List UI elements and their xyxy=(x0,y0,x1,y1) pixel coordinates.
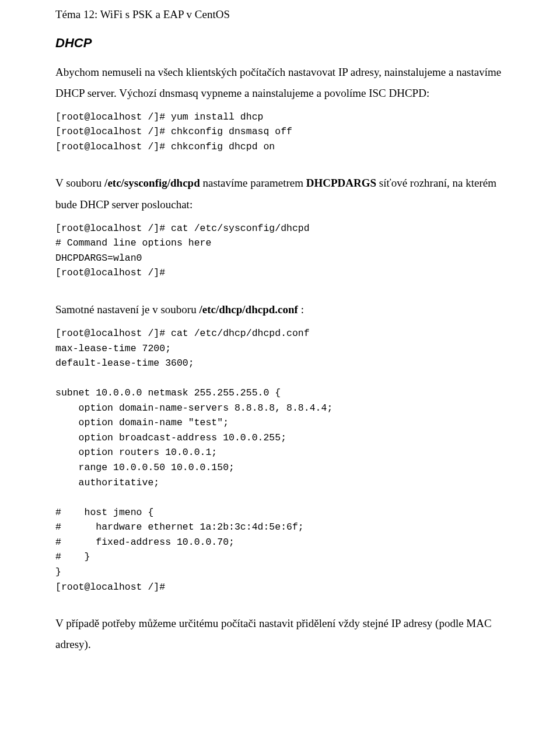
text: V souboru xyxy=(55,177,104,189)
paragraph-intro: Abychom nemuseli na všech klientských po… xyxy=(55,62,505,104)
code-block-install: [root@localhost /]# yum install dhcp [ro… xyxy=(55,110,505,155)
paragraph-sysconfig: V souboru /etc/sysconfig/dhcpd nastavíme… xyxy=(55,173,505,215)
param-dhcpdargs: DHCPDARGS xyxy=(306,177,376,189)
text: Samotné nastavení je v souboru xyxy=(55,303,199,316)
text: : xyxy=(298,303,304,316)
paragraph-dhcpdconf: Samotné nastavení je v souboru /etc/dhcp… xyxy=(55,299,505,320)
code-block-sysconfig: [root@localhost /]# cat /etc/sysconfig/d… xyxy=(55,221,505,281)
paragraph-mac-note: V případě potřeby můžeme určitému počíta… xyxy=(55,613,505,655)
code-block-dhcpdconf: [root@localhost /]# cat /etc/dhcp/dhcpd.… xyxy=(55,326,505,594)
path-dhcpd-conf: /etc/dhcp/dhcpd.conf xyxy=(199,303,298,316)
page-header: Téma 12: WiFi s PSK a EAP v CentOS xyxy=(55,6,505,23)
text: nastavíme parametrem xyxy=(200,177,306,189)
path-sysconfig-dhcpd: /etc/sysconfig/dhcpd xyxy=(104,177,200,189)
section-title-dhcp: DHCP xyxy=(55,33,505,53)
